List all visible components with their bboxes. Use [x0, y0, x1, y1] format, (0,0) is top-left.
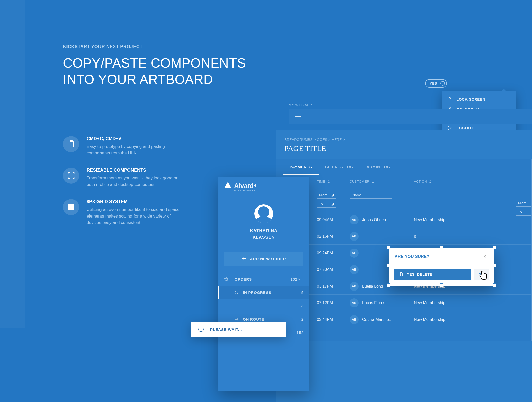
- feature-resizable: RESIZABLE COMPONENTS Transform them as y…: [63, 168, 214, 188]
- add-new-order-button[interactable]: ADD NEW ORDER: [224, 252, 303, 266]
- table-row[interactable]: 05-09-2018 09:04AM AB Jesus Obrien New M…: [276, 211, 531, 228]
- avatar-badge: AB: [350, 232, 359, 241]
- background-panel: [0, 0, 25, 328]
- name-filter[interactable]: Name: [350, 192, 392, 199]
- table-footer-total: TOTAL: [276, 328, 531, 341]
- customer-name: Lucas Flores: [362, 301, 385, 305]
- tab-payments[interactable]: PAYMENTS: [283, 159, 319, 175]
- cell-time: 07:12PM: [317, 301, 350, 305]
- feature-text: 8PX GRID SYSTEM Utilizing an even number…: [87, 199, 185, 226]
- col-customer[interactable]: CUSTOMER: [350, 180, 414, 183]
- resize-icon: [63, 168, 79, 184]
- spinner-icon: [234, 291, 238, 295]
- cell-action: New Membership: [414, 218, 479, 222]
- feature-grid: 8PX GRID SYSTEM Utilizing an even number…: [63, 199, 214, 226]
- action-to-filter[interactable]: To: [516, 209, 531, 216]
- table-row[interactable]: 04-07-2018 03:44PM AB Cecilia Martinez N…: [276, 311, 531, 328]
- appbar: [289, 109, 532, 124]
- selection-handle[interactable]: [387, 246, 390, 249]
- selection-handle[interactable]: [387, 264, 390, 267]
- yes-delete-button[interactable]: YES, DELETE: [394, 269, 471, 280]
- yes-toggle[interactable]: YES: [425, 79, 447, 88]
- menu-label: LOGOUT: [456, 126, 473, 130]
- breadcrumb[interactable]: BREADCRUMBS > GOES > HERE >: [276, 130, 532, 144]
- selection-handle[interactable]: [387, 283, 390, 287]
- selection-handle[interactable]: [440, 246, 443, 249]
- svg-rect-10: [72, 208, 74, 210]
- action-filter-group: From To: [516, 200, 531, 216]
- customer-name: Cecilia Martinez: [362, 317, 391, 322]
- hamburger-icon[interactable]: [295, 114, 301, 119]
- table-row[interactable]: 09-20-2018 07:12PM AB Lucas Flores New M…: [276, 295, 531, 311]
- table-header: DATE TIME CUSTOMER ACTION: [276, 175, 531, 188]
- clock-icon: [331, 203, 334, 206]
- nav-label: ORDERS: [235, 277, 287, 281]
- cell-customer: AB Cecilia Martinez: [350, 315, 414, 324]
- selection-handle[interactable]: [440, 283, 443, 287]
- selection-handle[interactable]: [493, 264, 496, 267]
- selection-handle[interactable]: [493, 283, 496, 287]
- cell-action: p: [414, 234, 479, 239]
- brand-mark-icon: [224, 182, 231, 188]
- add-button-label: ADD NEW ORDER: [250, 257, 286, 261]
- feature-text: CMD+C, CMD+V Easy to prototype by copyin…: [87, 136, 185, 156]
- grid-icon: [63, 199, 79, 215]
- feature-body: Utilizing an even number like 8 to size …: [87, 206, 185, 226]
- nav-label: ON ROUTE: [243, 317, 293, 321]
- avatar-badge: AB: [350, 282, 359, 291]
- tab-clients-log[interactable]: CLIENTS LOG: [319, 159, 360, 175]
- selection-handle[interactable]: [493, 246, 496, 249]
- svg-rect-3: [70, 204, 72, 206]
- cell-time: 09:24PM: [317, 251, 350, 255]
- profile: KATHARINA KLASSEN: [218, 197, 309, 245]
- toast-label: PLEASE WAIT...: [210, 327, 242, 332]
- brand-version: 4: [254, 183, 256, 187]
- time-to-filter[interactable]: To: [317, 201, 336, 208]
- arrow-right-icon: [234, 318, 239, 321]
- confirm-title: ARE YOU SURE?: [395, 254, 429, 259]
- lock-icon: [447, 97, 452, 101]
- confirm-dialog: ARE YOU SURE? ✕ YES, DELETE NO: [389, 248, 494, 286]
- feature-copy-paste: CMD+C, CMD+V Easy to prototype by copyin…: [63, 136, 214, 156]
- menu-item-lock-screen[interactable]: LOCK SCREEN: [442, 94, 516, 104]
- page-title: PAGE TITLE: [276, 144, 532, 159]
- clipboard-icon: [63, 136, 79, 152]
- brand-name: Alvard: [234, 182, 254, 190]
- table-row[interactable]: 04-16-2018 02:16PM AB p: [276, 228, 531, 245]
- action-from-filter[interactable]: From: [516, 200, 531, 207]
- feature-text: RESIZABLE COMPONENTS Transform them as y…: [87, 168, 185, 188]
- toggle-label: YES: [430, 81, 437, 85]
- hero: KICKSTART YOUR NEXT PROJECT COPY/PASTE C…: [63, 44, 246, 88]
- avatar-badge: AB: [350, 315, 359, 324]
- avatar[interactable]: [254, 204, 273, 223]
- close-icon[interactable]: ✕: [481, 253, 488, 260]
- please-wait-toast: PLEASE WAIT...: [191, 322, 286, 337]
- nav-sub-item[interactable]: 3: [218, 299, 309, 313]
- star-icon: [224, 277, 228, 281]
- svg-rect-5: [68, 206, 70, 208]
- nav-in-progress[interactable]: IN PROGRESS 5: [218, 286, 309, 299]
- chevron-down-icon: [297, 277, 301, 281]
- avatar-badge: AB: [350, 249, 359, 258]
- cell-customer: AB: [350, 232, 414, 241]
- sidebar: Alvard4 WIREFRAME KIT KATHARINA KLASSEN …: [218, 177, 309, 391]
- nav-orders[interactable]: ORDERS 102: [218, 272, 309, 286]
- svg-rect-1: [70, 140, 72, 142]
- hero-kicker: KICKSTART YOUR NEXT PROJECT: [63, 44, 246, 49]
- cursor-hand-icon: [479, 270, 488, 281]
- hero-title: COPY/PASTE COMPONENTS INTO YOUR ARTBOARD: [63, 55, 246, 88]
- spinner-icon: [198, 327, 204, 332]
- filter-row: From To From To Name: [276, 188, 531, 211]
- nav-count: 2: [293, 317, 304, 321]
- col-time[interactable]: TIME: [317, 180, 350, 183]
- feature-title: RESIZABLE COMPONENTS: [87, 168, 185, 173]
- feature-title: 8PX GRID SYSTEM: [87, 199, 185, 204]
- cell-customer: AB Jesus Obrien: [350, 215, 414, 224]
- brand: Alvard4 WIREFRAME KIT: [218, 181, 309, 197]
- tab-admin-log[interactable]: ADMIN LOG: [360, 159, 397, 175]
- col-action[interactable]: ACTION: [414, 180, 479, 183]
- time-from-filter[interactable]: From: [317, 192, 336, 199]
- cell-time: 03:17PM: [317, 284, 350, 289]
- hero-title-line1: COPY/PASTE COMPONENTS: [63, 56, 246, 70]
- cell-time: 02:16PM: [317, 234, 350, 239]
